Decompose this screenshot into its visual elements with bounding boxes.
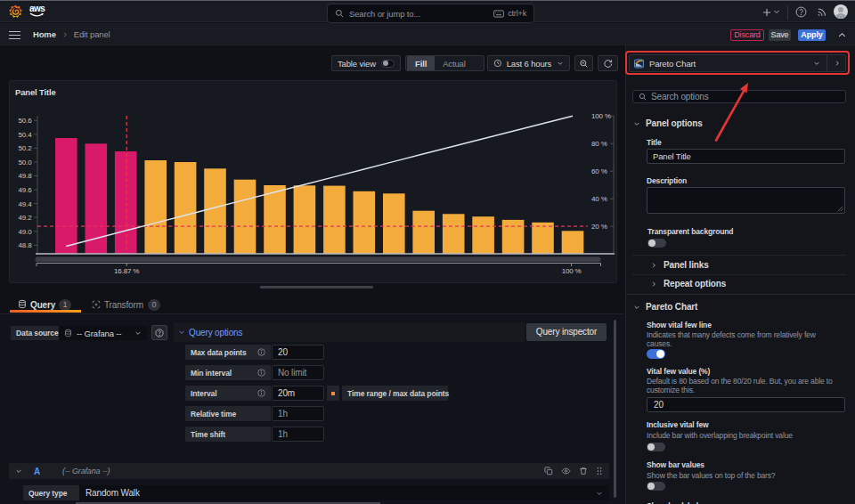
svg-text:100 %: 100 %: [591, 112, 611, 120]
svg-text:49.8: 49.8: [19, 172, 33, 180]
svg-text:50.0: 50.0: [19, 159, 33, 167]
svg-text:80 %: 80 %: [591, 140, 607, 148]
svg-text:40 %: 40 %: [591, 195, 607, 203]
svg-text:50.6: 50.6: [19, 117, 33, 125]
svg-text:49.2: 49.2: [19, 214, 33, 222]
svg-text:100 %: 100 %: [562, 267, 582, 275]
svg-text:48.8: 48.8: [19, 241, 33, 249]
svg-text:16.87 %: 16.87 %: [114, 267, 139, 275]
svg-text:50.2: 50.2: [19, 144, 33, 152]
svg-text:49.0: 49.0: [19, 228, 33, 236]
svg-text:49.6: 49.6: [19, 186, 33, 194]
svg-text:49.4: 49.4: [19, 200, 33, 208]
svg-text:60 %: 60 %: [591, 167, 607, 175]
svg-text:20 %: 20 %: [591, 223, 607, 231]
svg-text:50.4: 50.4: [19, 131, 33, 139]
